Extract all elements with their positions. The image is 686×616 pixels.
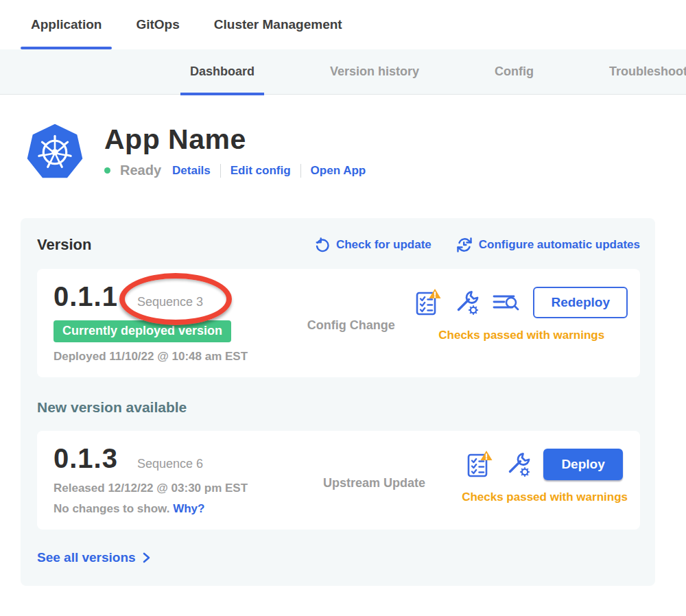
app-sub-nav: Dashboard Version history Config Trouble… — [0, 49, 686, 95]
available-version-card: 0.1.3 Sequence 6 Released 12/12/22 @ 03:… — [37, 431, 640, 530]
see-all-versions-link[interactable]: See all versions — [37, 550, 151, 565]
currently-deployed-badge: Currently deployed version — [54, 320, 231, 342]
tab-troubleshoot[interactable]: Troubleshoot — [609, 49, 686, 95]
tab-config[interactable]: Config — [495, 49, 534, 95]
redeploy-button[interactable]: Redeploy — [533, 287, 628, 318]
deploy-button[interactable]: Deploy — [543, 449, 622, 480]
current-version-source: Config Change — [287, 318, 415, 333]
chevron-right-icon — [141, 552, 151, 564]
auto-update-clock-icon — [456, 237, 473, 253]
why-link[interactable]: Why? — [173, 502, 204, 515]
version-panel-title: Version — [37, 236, 315, 254]
app-name-title: App Name — [104, 123, 366, 156]
divider — [300, 164, 301, 178]
open-app-link[interactable]: Open App — [311, 164, 366, 178]
details-link[interactable]: Details — [172, 164, 211, 178]
new-version-available-heading: New version available — [37, 399, 640, 416]
no-changes-text: No changes to show. — [54, 502, 169, 515]
available-sequence-label: Sequence 6 — [137, 457, 203, 471]
tab-gitops[interactable]: GitOps — [136, 0, 179, 49]
available-checks-status: Checks passed with warnings — [462, 490, 628, 504]
kubernetes-logo-icon — [25, 122, 85, 182]
app-status: Ready — [120, 163, 161, 178]
configure-automatic-updates-label: Configure automatic updates — [479, 238, 640, 252]
status-ready-dot — [104, 167, 110, 174]
available-version-number: 0.1.3 — [54, 443, 118, 474]
see-all-versions-label: See all versions — [37, 550, 136, 565]
check-for-update-label: Check for update — [336, 238, 431, 252]
edit-config-link[interactable]: Edit config — [230, 164, 291, 178]
refresh-icon — [315, 237, 330, 252]
configure-automatic-updates-link[interactable]: Configure automatic updates — [456, 237, 640, 253]
divider — [220, 164, 221, 178]
current-checks-status: Checks passed with warnings — [438, 329, 604, 342]
check-for-update-link[interactable]: Check for update — [315, 237, 431, 252]
released-timestamp: Released 12/12/22 @ 03:30 pm EST — [54, 482, 287, 495]
app-header: App Name Ready Details Edit config Open … — [25, 122, 686, 182]
preflight-checks-icon[interactable] — [466, 450, 493, 479]
current-version-card: 0.1.1 Sequence 3 Currently deployed vers… — [37, 269, 640, 377]
deployed-timestamp: Deployed 11/10/22 @ 10:48 am EST — [54, 350, 287, 364]
view-diff-icon[interactable] — [492, 292, 521, 313]
tab-version-history[interactable]: Version history — [330, 49, 419, 95]
available-version-source: Upstream Update — [287, 476, 462, 490]
current-sequence-label: Sequence 3 — [137, 295, 203, 309]
main-nav: Application GitOps Cluster Management — [0, 0, 686, 49]
edit-config-wrench-icon[interactable] — [505, 451, 531, 477]
version-panel: Version Check for update Configure autom… — [21, 218, 655, 586]
no-changes-line: No changes to show. Why? — [54, 502, 287, 516]
current-version-number: 0.1.1 — [54, 281, 118, 312]
edit-config-wrench-icon[interactable] — [453, 289, 480, 316]
preflight-checks-icon[interactable] — [415, 288, 441, 317]
tab-application[interactable]: Application — [31, 0, 102, 49]
tab-cluster-management[interactable]: Cluster Management — [214, 0, 342, 49]
tab-dashboard[interactable]: Dashboard — [190, 49, 255, 95]
